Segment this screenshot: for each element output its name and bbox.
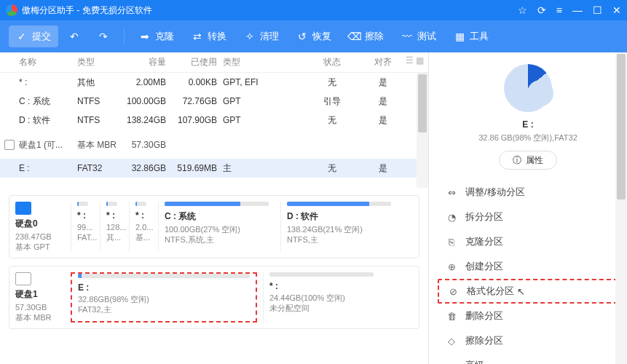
app-logo-icon — [6, 4, 17, 16]
side-scrollbar[interactable] — [615, 52, 627, 364]
cell-cap: 32.86GB — [118, 163, 172, 173]
action-icon: ◔ — [445, 210, 458, 223]
action-icon: ⇔ — [445, 186, 458, 199]
side-action-3[interactable]: ⊕创建分区 — [429, 254, 627, 279]
cell-name: E : — [19, 163, 77, 173]
test-icon: 〰 — [401, 31, 413, 42]
side-action-5[interactable]: 🗑删除分区 — [429, 304, 627, 328]
action-label: 删除分区 — [465, 309, 503, 323]
side-action-4[interactable]: ⊘格式化分区↖ — [438, 279, 618, 304]
table-row-selected[interactable]: E : FAT32 32.86GB 519.69MB 主 无 是 — [0, 159, 428, 178]
partition-table: ☰ ▦ 名称 类型 容量 已使用 类型 状态 对齐 * :其他2.00MB0.0… — [0, 52, 428, 188]
disk-scheme: 基本 MBR — [77, 139, 118, 151]
side-action-2[interactable]: ⎘克隆分区 — [429, 229, 627, 254]
clone-button[interactable]: ➡克隆 — [132, 25, 181, 47]
submit-button[interactable]: ✓提交 — [9, 25, 58, 47]
action-icon: ⊘ — [446, 285, 460, 298]
table-row[interactable]: * :其他2.00MB0.00KBGPT, EFI无是 — [0, 73, 428, 92]
scroll-thumb[interactable] — [617, 54, 626, 199]
cell-align: 是 — [361, 162, 405, 175]
col-status: 状态 — [303, 56, 361, 68]
partition-card[interactable]: * :24.44GB(100% 空闲)未分配空间 — [263, 272, 379, 323]
cell-ptype: 主 — [223, 162, 303, 175]
redo-icon: ↷ — [98, 31, 109, 42]
undo-button[interactable]: ↶ — [61, 25, 87, 47]
submit-label: 提交 — [32, 30, 51, 43]
convert-icon: ⇄ — [192, 31, 203, 42]
partition-card[interactable]: * :99...FAT... — [71, 202, 94, 252]
disk-summary: 硬盘0238.47GB基本 GPT — [15, 202, 65, 252]
clone-icon: ➡ — [139, 31, 151, 42]
cell-used: 519.69MB — [172, 163, 223, 173]
check-icon: ✓ — [16, 31, 28, 42]
close-icon[interactable]: ✕ — [612, 4, 621, 16]
action-label: 格式化分区 — [467, 285, 514, 298]
toolbar-separator — [124, 28, 125, 45]
refresh-icon[interactable]: ⟳ — [537, 4, 546, 16]
disk-summary: 硬盘157.30GB基本 MBR — [15, 272, 65, 323]
cell-status: 无 — [303, 162, 361, 175]
clean-icon: ✧ — [244, 31, 256, 42]
action-icon: 🗑 — [445, 309, 458, 323]
disk-icon — [15, 272, 31, 285]
table-header: 名称 类型 容量 已使用 类型 状态 对齐 — [0, 52, 428, 73]
partition-card[interactable]: D : 软件138.24GB(21% 空闲)NTFS,主 — [280, 202, 397, 252]
col-capacity: 容量 — [118, 56, 172, 68]
scroll-thumb[interactable] — [418, 74, 427, 132]
minimize-icon[interactable]: — — [572, 4, 583, 16]
table-scrollbar[interactable] — [417, 73, 428, 188]
settings-icon[interactable]: ≡ — [556, 4, 562, 16]
tools-button[interactable]: ▦工具 — [446, 25, 496, 47]
wipe-icon: ⌫ — [349, 31, 360, 42]
action-label: 擦除分区 — [465, 334, 503, 347]
col-type: 类型 — [77, 56, 118, 68]
partition-card[interactable]: C : 系统100.00GB(27% 空闲)NTFS,系统,主 — [158, 202, 275, 252]
action-label: 克隆分区 — [465, 235, 503, 248]
side-action-0[interactable]: ⇔调整/移动分区 — [429, 180, 627, 205]
main-panel: ☰ ▦ 名称 类型 容量 已使用 类型 状态 对齐 * :其他2.00MB0.0… — [0, 52, 429, 364]
disk-row[interactable]: 硬盘1 (可... 基本 MBR 57.30GB — [0, 135, 428, 154]
table-row[interactable]: D : 软件NTFS138.24GB107.90GBGPT无是 — [0, 111, 428, 130]
undo-icon: ↶ — [68, 31, 80, 42]
properties-button[interactable]: ⓘ属性 — [499, 151, 557, 170]
cell-type: FAT32 — [77, 163, 118, 173]
star-icon[interactable]: ☆ — [518, 4, 527, 16]
action-label: 拆分分区 — [465, 210, 503, 223]
recover-button[interactable]: ↺恢复 — [289, 25, 339, 47]
disk-card[interactable]: 硬盘0238.47GB基本 GPT* :99...FAT...* :128...… — [9, 195, 419, 258]
usage-pie-icon — [504, 64, 552, 112]
side-action-7[interactable]: ⌄高级 — [429, 353, 627, 364]
title-bar: 傲梅分区助手 - 免费无损分区软件 ☆ ⟳ ≡ — ☐ ✕ — [0, 0, 627, 20]
action-label: 高级 — [465, 359, 484, 364]
disk-cards-zone: 硬盘0238.47GB基本 GPT* :99...FAT...* :128...… — [0, 188, 428, 336]
recover-icon: ↺ — [296, 31, 308, 42]
disk-icon — [15, 202, 31, 215]
action-icon: ⎘ — [445, 235, 458, 248]
partition-card[interactable]: * :128...其... — [100, 202, 123, 252]
redo-button[interactable]: ↷ — [90, 25, 117, 47]
disk-card[interactable]: 硬盘157.30GB基本 MBRE :32.86GB(98% 空闲)FAT32,… — [9, 266, 419, 329]
side-action-6[interactable]: ◇擦除分区 — [429, 328, 627, 353]
col-align: 对齐 — [361, 56, 405, 68]
partition-card[interactable]: E :32.86GB(98% 空闲)FAT32,主 — [71, 272, 257, 323]
convert-button[interactable]: ⇄转换 — [184, 25, 234, 47]
view-mode-icons[interactable]: ☰ ▦ — [406, 55, 424, 66]
side-action-1[interactable]: ◔拆分分区 — [429, 205, 627, 229]
test-button[interactable]: 〰测试 — [394, 25, 443, 47]
clean-button[interactable]: ✧清理 — [237, 25, 286, 47]
window-controls: ☆ ⟳ ≡ — ☐ ✕ — [518, 4, 621, 16]
convert-label: 转换 — [208, 30, 226, 43]
side-drive-title: E : — [429, 119, 627, 130]
disk-icon — [4, 140, 15, 150]
wipe-label: 擦除 — [365, 30, 384, 43]
clean-label: 清理 — [260, 30, 279, 43]
cursor-icon: ↖ — [517, 286, 525, 297]
partition-card[interactable]: * :2.0...基... — [129, 202, 152, 252]
window-title: 傲梅分区助手 - 免费无损分区软件 — [22, 4, 518, 17]
maximize-icon[interactable]: ☐ — [593, 4, 602, 16]
side-drive-sub: 32.86 GB(98% 空闲),FAT32 — [429, 132, 627, 143]
wipe-button[interactable]: ⌫擦除 — [342, 25, 391, 47]
col-ptype: 类型 — [223, 56, 303, 68]
table-row[interactable]: C : 系统NTFS100.00GB72.76GBGPT引导是 — [0, 92, 428, 111]
toolbar: ✓提交 ↶ ↷ ➡克隆 ⇄转换 ✧清理 ↺恢复 ⌫擦除 〰测试 ▦工具 — [0, 20, 627, 52]
